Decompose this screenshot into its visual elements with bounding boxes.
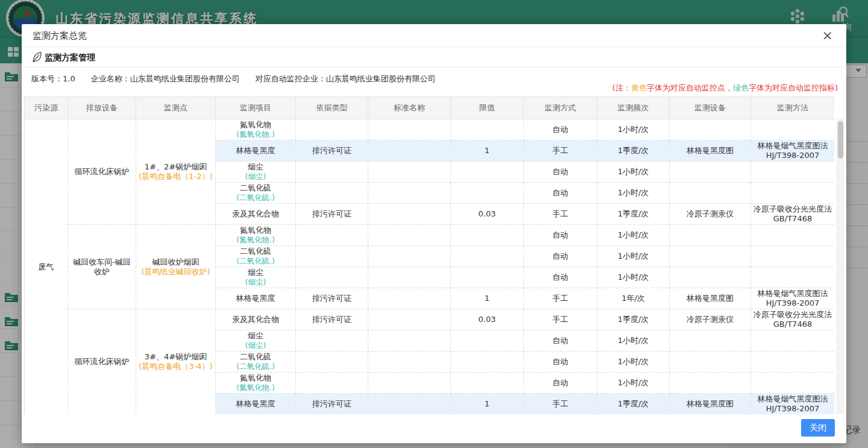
- monitoring-point-cell: 3#、4#锅炉烟囱(晨鸣自备电（3-4）): [136, 309, 216, 415]
- basis-type-cell: 排污许可证: [296, 288, 368, 309]
- item-cell: 氮氧化物(氮氧化物.): [216, 119, 296, 140]
- basis-type-cell: [296, 183, 368, 204]
- limit-cell: [451, 267, 524, 288]
- item-cell: 汞及其化合物: [216, 309, 296, 330]
- column-header: 污染源: [25, 97, 68, 119]
- table-row[interactable]: 废气循环流化床锅炉1#、2#锅炉烟囱(晨鸣自备电（1-2）)氮氧化物(氮氧化物.…: [25, 119, 835, 140]
- monitor-frequency-cell: 1小时/次: [597, 352, 670, 373]
- monitor-method-cell: [751, 373, 835, 394]
- monitor-equipment-cell: 冷原子测汞仪: [670, 204, 751, 225]
- monitor-mode-cell: 自动: [524, 162, 597, 183]
- item-cell: 林格曼黑度: [216, 394, 296, 415]
- monitor-mode-cell: 自动: [524, 225, 597, 246]
- monitor-method-cell: [751, 183, 835, 204]
- standard-name-cell: [368, 162, 451, 183]
- standard-name-cell: [368, 352, 451, 373]
- monitor-frequency-cell: 1小时/次: [597, 183, 670, 204]
- standard-name-cell: [368, 288, 451, 309]
- item-cell: 汞及其化合物: [216, 204, 296, 225]
- column-header: 监测方式: [524, 97, 597, 119]
- column-header: 监测方法: [751, 97, 835, 119]
- monitor-method-cell: [751, 330, 835, 352]
- basis-type-cell: [296, 330, 368, 352]
- monitor-mode-cell: 手工: [524, 140, 597, 162]
- monitor-equipment-cell: [670, 162, 751, 183]
- item-auto-indicator-label: (二氧化硫.): [218, 362, 294, 371]
- table-scrollbar[interactable]: [837, 119, 844, 414]
- standard-name-cell: [368, 140, 451, 162]
- limit-cell: 1: [451, 288, 524, 309]
- column-header: 依据类型: [296, 97, 368, 119]
- monitor-method-cell: [751, 246, 835, 267]
- monitor-equipment-cell: [670, 352, 751, 373]
- item-cell: 氮氧化物(氮氧化物.): [216, 225, 296, 246]
- device-cell: 循环流化床锅炉: [68, 119, 136, 225]
- monitoring-plan-table-wrap: 污染源排放设备监测点监测项目依据类型标准名称限值监测方式监测频次监测设备监测方法…: [24, 96, 834, 414]
- monitor-equipment-cell: 冷原子测汞仪: [670, 309, 751, 330]
- pollution-source-cell: 废气: [25, 119, 68, 415]
- monitor-frequency-cell: 1小时/次: [597, 119, 670, 140]
- item-auto-indicator-label: (氮氧化物.): [218, 235, 294, 245]
- monitor-frequency-cell: 1小时/次: [597, 267, 670, 288]
- standard-name-cell: [368, 330, 451, 352]
- monitor-frequency-cell: 1季度/次: [597, 140, 670, 162]
- basis-type-cell: 排污许可证: [296, 309, 368, 330]
- limit-cell: 0.03: [451, 309, 524, 330]
- standard-name-cell: [368, 183, 451, 204]
- device-cell: 循环流化床锅炉: [68, 309, 136, 415]
- monitor-equipment-cell: [670, 267, 751, 288]
- monitor-mode-cell: 自动: [524, 267, 597, 288]
- version-label: 版本号：1.0: [31, 74, 75, 83]
- table-row[interactable]: 循环流化床锅炉3#、4#锅炉烟囱(晨鸣自备电（3-4）)汞及其化合物排污许可证0…: [25, 309, 835, 330]
- monitor-frequency-cell: 1小时/次: [597, 330, 670, 352]
- note-green-word: 绿色: [733, 83, 749, 92]
- table-row[interactable]: 碱回收车间-碱回收炉碱回收炉烟囱(晨鸣纸业碱回收炉)氮氧化物(氮氧化物.)自动1…: [25, 225, 835, 246]
- monitor-method-cell: [751, 225, 835, 246]
- basis-type-cell: 排污许可证: [296, 394, 368, 415]
- pen-icon: [31, 51, 43, 66]
- item-auto-indicator-label: (氮氧化物.): [218, 383, 294, 393]
- monitor-mode-cell: 手工: [524, 204, 597, 225]
- monitor-frequency-cell: 1季度/次: [597, 394, 670, 415]
- limit-cell: [451, 352, 524, 373]
- item-cell: 二氧化硫(二氧化硫.): [216, 352, 296, 373]
- basis-type-cell: 排污许可证: [296, 140, 368, 162]
- monitoring-point-auto-label: (晨鸣自备电（1-2）): [138, 172, 213, 181]
- monitor-method-cell: [751, 119, 835, 140]
- modal-titlebar: 监测方案总览 ×: [22, 24, 846, 47]
- plan-info-line: 版本号：1.0企业名称：山东晨鸣纸业集团股份有限公司对应自动监控企业：山东晨鸣纸…: [31, 74, 451, 84]
- item-auto-indicator-label: (烟尘): [218, 341, 294, 350]
- limit-cell: 0.03: [451, 204, 524, 225]
- limit-cell: [451, 246, 524, 267]
- standard-name-cell: [368, 267, 451, 288]
- item-auto-indicator-label: (二氧化硫.): [218, 193, 294, 203]
- standard-name-cell: [368, 225, 451, 246]
- monitor-method-cell: 冷原子吸收分光光度法GB/T7468: [751, 309, 835, 330]
- item-cell: 二氧化硫(二氧化硫.): [216, 183, 296, 204]
- section-header: 监测方案管理: [22, 47, 846, 68]
- close-button[interactable]: 关闭: [801, 419, 835, 437]
- limit-cell: [451, 183, 524, 204]
- limit-cell: 1: [451, 140, 524, 162]
- monitoring-point-cell: 1#、2#锅炉烟囱(晨鸣自备电（1-2）): [136, 119, 216, 225]
- limit-cell: [451, 373, 524, 394]
- monitor-method-cell: 林格曼烟气黑度图法HJ/T398-2007: [751, 140, 835, 162]
- monitoring-plan-modal: 监测方案总览 × 监测方案管理 版本号：1.0企业名称：山东晨鸣纸业集团股份有限…: [22, 24, 846, 443]
- basis-type-cell: [296, 373, 368, 394]
- item-cell: 烟尘(烟尘): [216, 267, 296, 288]
- monitor-frequency-cell: 1小时/次: [597, 162, 670, 183]
- monitor-frequency-cell: 1年/次: [597, 288, 670, 309]
- standard-name-cell: [368, 309, 451, 330]
- item-auto-indicator-label: (烟尘): [218, 172, 294, 181]
- section-title: 监测方案管理: [45, 52, 95, 63]
- standard-name-cell: [368, 373, 451, 394]
- monitor-frequency-cell: 1季度/次: [597, 309, 670, 330]
- monitor-equipment-cell: [670, 225, 751, 246]
- basis-type-cell: [296, 162, 368, 183]
- basis-type-cell: 排污许可证: [296, 204, 368, 225]
- monitor-method-cell: 林格曼烟气黑度图法HJ/T398-2007: [751, 288, 835, 309]
- close-icon[interactable]: ×: [822, 28, 833, 43]
- scrollbar-thumb[interactable]: [838, 121, 843, 159]
- basis-type-cell: [296, 352, 368, 373]
- modal-title: 监测方案总览: [33, 30, 87, 42]
